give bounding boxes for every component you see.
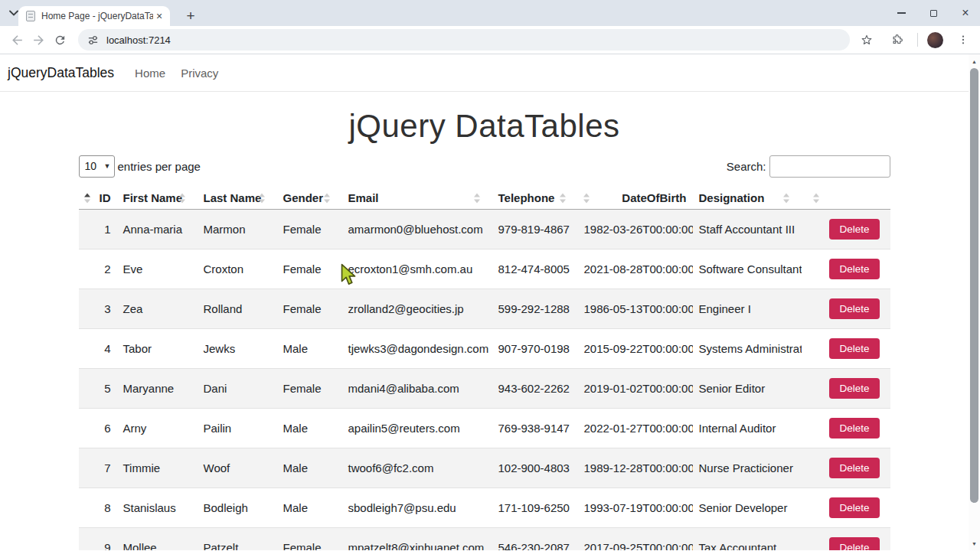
cell-id: 3 xyxy=(79,289,117,329)
navbar-brand[interactable]: jQueryDataTables xyxy=(8,65,114,81)
cell-telephone: 102-900-4803 xyxy=(492,448,578,488)
cell-lastName: Pailin xyxy=(198,409,277,448)
delete-button[interactable]: Delete xyxy=(829,259,879,279)
column-label: Gender xyxy=(283,191,324,204)
profile-avatar[interactable] xyxy=(927,32,943,48)
cell-lastName: Dani xyxy=(198,369,277,409)
scrollbar-thumb[interactable] xyxy=(970,68,978,503)
cell-gender: Female xyxy=(277,210,342,249)
browser-menu-button[interactable] xyxy=(952,29,974,51)
column-header-email[interactable]: Email xyxy=(342,187,492,210)
cell-email: apailin5@reuters.com xyxy=(342,409,492,448)
delete-button[interactable]: Delete xyxy=(829,418,879,439)
back-button[interactable] xyxy=(6,29,28,51)
main-container: jQuery DataTables 10 ▼ entries per page … xyxy=(79,106,890,550)
table-row: 4TaborJewksMaletjewks3@dagondesign.com90… xyxy=(79,329,890,369)
star-icon xyxy=(860,33,874,47)
cell-gender: Female xyxy=(277,249,342,289)
column-label: Email xyxy=(348,191,379,204)
search-input[interactable] xyxy=(769,155,890,178)
delete-button[interactable]: Delete xyxy=(829,219,879,240)
cell-actions: Delete xyxy=(802,488,890,528)
cell-email: mpatzelt8@xinhuanet.com xyxy=(342,528,492,551)
cell-id: 9 xyxy=(79,528,117,551)
table-header-row: IDFirst NameLast NameGenderEmailTelephon… xyxy=(79,187,890,210)
cell-firstName: Arny xyxy=(117,409,198,448)
cell-lastName: Rolland xyxy=(198,289,277,329)
scrollbar-up-icon[interactable]: ▲ xyxy=(969,56,980,67)
address-bar[interactable]: localhost:7214 xyxy=(78,29,850,51)
cell-email: twoof6@fc2.com xyxy=(342,448,492,488)
delete-button[interactable]: Delete xyxy=(829,338,879,359)
minimize-button[interactable] xyxy=(896,8,906,18)
forward-button[interactable] xyxy=(28,29,49,51)
cell-lastName: Patzelt xyxy=(198,528,277,551)
browser-tab[interactable]: Home Page - jQueryDataTables × xyxy=(18,6,170,26)
data-table: IDFirst NameLast NameGenderEmailTelephon… xyxy=(79,187,890,550)
column-header-dateOfBirth[interactable]: DateOfBirth xyxy=(578,187,693,210)
web-page: jQueryDataTables Home Privacy jQuery Dat… xyxy=(0,54,980,550)
nav-link-privacy[interactable]: Privacy xyxy=(175,67,224,80)
delete-button[interactable]: Delete xyxy=(829,537,879,550)
nav-link-home[interactable]: Home xyxy=(129,67,171,80)
scrollbar-down-icon[interactable]: ▼ xyxy=(969,538,980,549)
cell-id: 7 xyxy=(79,448,117,488)
column-header-id[interactable]: ID xyxy=(79,187,117,210)
cell-telephone: 546-230-2087 xyxy=(492,528,578,551)
search-control: Search: xyxy=(727,155,890,178)
cell-designation: Systems Administrator II xyxy=(693,329,802,369)
cell-actions: Delete xyxy=(802,448,890,488)
cell-gender: Male xyxy=(277,409,342,448)
delete-button[interactable]: Delete xyxy=(829,378,879,399)
sort-icon xyxy=(179,193,185,203)
tab-close-icon[interactable]: × xyxy=(153,10,165,22)
cell-email: zrolland2@geocities.jp xyxy=(342,289,492,329)
table-row: 5MaryanneDaniFemalemdani4@alibaba.com943… xyxy=(79,369,890,409)
bookmark-button[interactable] xyxy=(856,29,877,51)
column-label: DateOfBirth xyxy=(622,191,686,204)
site-settings-icon xyxy=(87,34,99,46)
maximize-restore-button[interactable] xyxy=(928,8,939,18)
column-label: Last Name xyxy=(204,191,262,204)
page-size-select[interactable]: 10 xyxy=(79,155,115,178)
cell-id: 8 xyxy=(79,488,117,528)
delete-button[interactable]: Delete xyxy=(829,458,879,478)
cell-firstName: Zea xyxy=(117,289,198,329)
close-window-button[interactable]: × xyxy=(960,8,971,18)
column-header-telephone[interactable]: Telephone xyxy=(492,187,578,210)
cell-actions: Delete xyxy=(802,369,890,409)
cell-gender: Male xyxy=(277,488,342,528)
cell-designation: Staff Accountant III xyxy=(693,210,802,249)
column-header-gender[interactable]: Gender xyxy=(277,187,342,210)
delete-button[interactable]: Delete xyxy=(829,497,879,518)
extensions-button[interactable] xyxy=(887,29,908,51)
cell-dateOfBirth: 2021-08-28T00:00:00 xyxy=(578,249,693,289)
cell-telephone: 812-474-8005 xyxy=(492,249,578,289)
new-tab-button[interactable]: + xyxy=(181,6,201,26)
close-icon: × xyxy=(962,7,969,19)
sort-icon xyxy=(813,193,819,203)
sort-icon xyxy=(474,193,480,203)
cell-id: 4 xyxy=(79,329,117,369)
page-scrollbar[interactable]: ▲ ▼ xyxy=(969,54,980,550)
column-header-action[interactable] xyxy=(802,187,890,210)
column-header-lastName[interactable]: Last Name xyxy=(198,187,277,210)
cell-gender: Female xyxy=(277,528,342,551)
cell-actions: Delete xyxy=(802,249,890,289)
table-row: 9MolleePatzeltFemalempatzelt8@xinhuanet.… xyxy=(79,528,890,551)
cell-telephone: 907-970-0198 xyxy=(492,329,578,369)
table-controls: 10 ▼ entries per page Search: xyxy=(79,155,890,178)
column-label: Designation xyxy=(699,191,765,204)
sort-icon xyxy=(84,193,90,203)
chevron-down-icon xyxy=(9,10,18,16)
column-header-designation[interactable]: Designation xyxy=(693,187,802,210)
reload-button[interactable] xyxy=(49,29,70,51)
tab-title: Home Page - jQueryDataTables xyxy=(41,11,153,21)
delete-button[interactable]: Delete xyxy=(829,298,879,319)
table-row: 3ZeaRollandFemalezrolland2@geocities.jp5… xyxy=(79,289,890,329)
column-header-firstName[interactable]: First Name xyxy=(117,187,198,210)
cell-designation: Tax Accountant xyxy=(693,528,802,551)
search-label: Search: xyxy=(727,160,766,173)
cell-firstName: Stanislaus xyxy=(117,488,198,528)
cell-firstName: Maryanne xyxy=(117,369,198,409)
